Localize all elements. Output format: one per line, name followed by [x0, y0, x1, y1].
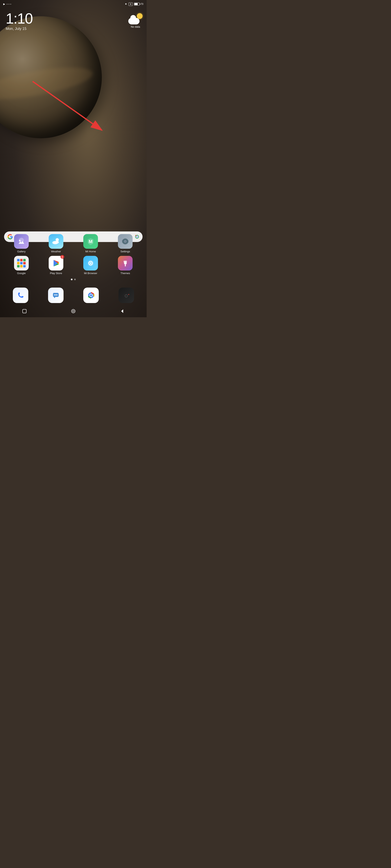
nav-back[interactable]	[118, 307, 127, 316]
app-item-mihome[interactable]: M Mi Home	[81, 234, 100, 253]
nav-bar	[0, 305, 147, 317]
svg-point-41	[125, 295, 127, 297]
phone-icon	[17, 291, 25, 299]
grid-cell	[23, 262, 26, 265]
svg-point-37	[90, 294, 92, 296]
app-row-1: Gallery Weather M Mi Home	[4, 234, 143, 253]
dock-messages[interactable]	[48, 287, 63, 303]
weather-icon	[128, 13, 143, 24]
playstore-svg	[52, 259, 60, 267]
nav-recent[interactable]	[20, 307, 29, 316]
grid-cell	[20, 259, 23, 261]
battery-indicator: 70	[134, 3, 143, 5]
svg-point-17	[124, 241, 126, 242]
app-item-gallery[interactable]: Gallery	[12, 234, 31, 253]
weather-label: No data	[131, 25, 140, 28]
svg-point-42	[128, 294, 129, 295]
grid-cell	[23, 259, 26, 261]
status-right: ✦ ✕ 70	[124, 2, 143, 6]
recent-icon	[22, 309, 27, 314]
date-display: Mon, July 15	[6, 27, 33, 31]
dock-phone[interactable]	[13, 287, 28, 303]
mihome-label: Mi Home	[85, 250, 96, 253]
svg-point-10	[19, 240, 21, 241]
weather-app-icon	[49, 234, 63, 249]
grid-cell	[17, 262, 20, 265]
bluetooth-icon: ✦	[124, 2, 127, 6]
svg-point-45	[73, 310, 74, 312]
svg-point-25	[90, 262, 91, 264]
svg-point-32	[55, 294, 56, 296]
gallery-svg	[17, 237, 26, 246]
mibrowser-icon	[83, 256, 98, 271]
chrome-icon	[87, 291, 95, 299]
weather-svg	[52, 237, 60, 246]
svg-marker-30	[54, 297, 55, 298]
dock-chrome[interactable]	[83, 287, 99, 303]
clock-display: 1:10	[6, 11, 33, 26]
time-widget: 1:10 Mon, July 15	[6, 11, 33, 31]
page-indicators	[0, 279, 147, 280]
app-item-settings[interactable]: Settings	[116, 234, 134, 253]
grid-cell	[20, 265, 23, 268]
google-label: Google	[17, 272, 26, 275]
sphere-decoration	[0, 16, 102, 138]
grid-cell	[23, 265, 26, 268]
app-item-weather[interactable]: Weather	[47, 234, 65, 253]
themes-icon	[118, 256, 133, 271]
mibrowser-svg	[86, 259, 95, 268]
more-icon: • • •	[7, 3, 11, 5]
grid-cell	[17, 259, 20, 261]
gallery-label: Gallery	[17, 250, 25, 253]
settings-svg	[121, 237, 130, 246]
google-icon	[14, 256, 29, 271]
mibrowser-label: Mi Browser	[84, 272, 97, 275]
settings-label: Settings	[120, 250, 130, 253]
svg-text:M: M	[89, 239, 92, 244]
svg-point-44	[72, 309, 75, 313]
home-icon	[71, 309, 76, 314]
themes-svg	[121, 259, 130, 268]
playstore-icon: 1	[49, 256, 63, 271]
svg-point-33	[56, 294, 57, 296]
dot-active	[71, 279, 73, 280]
cancel-icon: ✕	[129, 2, 133, 6]
dock	[3, 287, 144, 303]
svg-rect-43	[23, 309, 26, 313]
themes-label: Themes	[120, 272, 130, 275]
google-grid	[17, 259, 26, 268]
grid-cell	[20, 262, 23, 265]
gallery-icon	[14, 234, 29, 249]
battery-box	[134, 3, 140, 5]
app-row-2: Google 1 Play Store	[4, 256, 143, 275]
app-item-mibrowser[interactable]: Mi Browser	[81, 256, 100, 275]
app-item-playstore[interactable]: 1 Play Store	[47, 256, 65, 275]
battery-fill	[134, 3, 138, 5]
camera-icon	[122, 291, 130, 299]
weather-widget[interactable]: No data	[128, 13, 143, 28]
app-item-google[interactable]: Google	[12, 256, 31, 275]
dot-inactive	[74, 279, 76, 280]
weather-label: Weather	[51, 250, 61, 253]
badge-playstore: 1	[60, 255, 64, 259]
status-left: ▶ • • •	[3, 3, 11, 5]
svg-point-31	[54, 294, 55, 296]
app-grid: Gallery Weather M Mi Home	[4, 234, 143, 278]
media-play-icon: ▶	[3, 3, 5, 5]
grid-cell	[17, 265, 20, 268]
back-icon	[119, 309, 125, 314]
playstore-label: Play Store	[50, 272, 62, 275]
mihome-icon: M	[83, 234, 98, 249]
status-bar: ▶ • • • ✦ ✕ 70	[0, 0, 147, 8]
svg-marker-46	[121, 309, 123, 313]
nav-home[interactable]	[69, 307, 78, 316]
battery-label: 70	[141, 3, 143, 5]
app-item-themes[interactable]: Themes	[116, 256, 134, 275]
mihome-svg: M	[86, 237, 95, 246]
settings-icon	[118, 234, 133, 249]
cloud-icon	[128, 18, 139, 24]
dock-camera[interactable]	[118, 287, 134, 303]
svg-rect-28	[125, 261, 125, 262]
svg-point-13	[55, 241, 59, 244]
messages-icon	[52, 291, 60, 299]
